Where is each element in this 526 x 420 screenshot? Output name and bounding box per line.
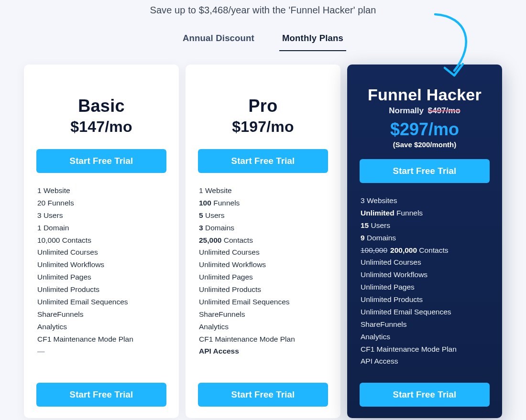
tab-annual[interactable]: Annual Discount	[180, 33, 257, 51]
plan-card-basic: Basic $147/mo Start Free Trial 1 Website…	[24, 65, 179, 418]
feature-text: Unlimited Pages	[37, 273, 91, 281]
start-free-trial-button[interactable]: Start Free Trial	[36, 383, 166, 407]
feature-item: Analytics	[361, 331, 490, 343]
feature-item: 5 Users	[199, 209, 328, 222]
feature-item: Analytics	[199, 321, 328, 333]
plan-name: Funnel Hacker	[360, 86, 490, 104]
start-free-trial-button[interactable]: Start Free Trial	[198, 149, 328, 173]
feature-text: 3 Websites	[361, 196, 397, 205]
feature-text: 1 Domain	[37, 224, 69, 232]
feature-text: Contacts	[221, 236, 252, 244]
feature-text: CF1 Maintenance Mode Plan	[199, 335, 295, 343]
feature-item: CF1 Maintenance Mode Plan	[199, 333, 328, 345]
feature-text: Unlimited Courses	[37, 248, 98, 256]
feature-text: Unlimited Email Sequences	[199, 298, 290, 306]
feature-item: 3 Users	[37, 209, 166, 222]
feature-text: Unlimited Courses	[361, 258, 421, 266]
feature-item: API Access	[361, 355, 490, 367]
normally-prefix: Normally	[389, 106, 424, 115]
feature-text: 20 Funnels	[37, 199, 74, 207]
plan-features: 1 Website100 Funnels5 Users3 Domains25,0…	[199, 184, 328, 357]
feature-item: Unlimited Email Sequences	[361, 306, 490, 318]
tab-monthly[interactable]: Monthly Plans	[279, 33, 346, 51]
feature-bold: 200,000	[390, 246, 417, 254]
feature-text: Analytics	[37, 323, 67, 331]
feature-bold: 25,000	[199, 236, 221, 244]
plan-normally: Normally $497/mo	[360, 106, 490, 116]
feature-item: Unlimited Products	[361, 293, 490, 306]
billing-tabs: Annual Discount Monthly Plans	[0, 33, 526, 51]
plan-features: 3 WebsitesUnlimited Funnels15 Users9 Dom…	[361, 194, 490, 367]
feature-bold: API Access	[199, 347, 239, 355]
feature-item: 1 Website	[37, 184, 166, 197]
feature-item: Unlimited Email Sequences	[37, 296, 166, 308]
feature-item: Unlimited Courses	[361, 256, 490, 269]
feature-item: CF1 Maintenance Mode Plan	[37, 333, 166, 345]
feature-item: 100 Funnels	[199, 197, 328, 209]
feature-item: Unlimited Email Sequences	[199, 296, 328, 308]
feature-item: Unlimited Workflows	[37, 258, 166, 271]
feature-text: Unlimited Workflows	[199, 260, 266, 269]
feature-text: Unlimited Pages	[199, 273, 253, 281]
start-free-trial-button[interactable]: Start Free Trial	[198, 383, 328, 407]
feature-text: 3 Users	[37, 211, 63, 219]
feature-item: ShareFunnels	[361, 318, 490, 331]
feature-item: Unlimited Courses	[37, 246, 166, 258]
plan-name: Pro	[198, 96, 328, 116]
feature-text: 1 Website	[199, 186, 232, 194]
feature-text: Domains	[203, 224, 234, 232]
feature-item: —	[37, 345, 166, 357]
feature-bold: 5	[199, 211, 203, 219]
feature-text: Analytics	[361, 333, 390, 341]
feature-text: Funnels	[394, 209, 423, 217]
feature-text: Unlimited Products	[361, 295, 423, 303]
plan-price: $197/mo	[198, 118, 328, 136]
feature-item: CF1 Maintenance Mode Plan	[361, 343, 490, 355]
feature-item: ShareFunnels	[199, 308, 328, 321]
feature-empty: —	[37, 347, 45, 355]
start-free-trial-button[interactable]: Start Free Trial	[360, 159, 490, 183]
plan-price: $147/mo	[36, 118, 166, 136]
feature-item: 15 Users	[361, 219, 490, 232]
feature-text: Unlimited Pages	[361, 283, 415, 291]
plan-card-pro: Pro $197/mo Start Free Trial 1 Website10…	[186, 65, 340, 418]
feature-text: CF1 Maintenance Mode Plan	[37, 335, 133, 343]
plan-price: $297/mo	[360, 119, 490, 140]
feature-item: Unlimited Workflows	[199, 258, 328, 271]
feature-item: Unlimited Pages	[37, 271, 166, 283]
feature-item: 100,000200,000 Contacts	[361, 244, 490, 257]
pricing-grid: Basic $147/mo Start Free Trial 1 Website…	[24, 65, 502, 418]
feature-text: CF1 Maintenance Mode Plan	[361, 345, 457, 353]
feature-text: Users	[203, 211, 225, 219]
feature-item: Unlimited Funnels	[361, 207, 490, 219]
feature-text: Unlimited Email Sequences	[361, 308, 451, 316]
feature-text: ShareFunnels	[361, 320, 407, 328]
feature-text: 10,000 Contacts	[37, 236, 91, 244]
plan-name: Basic	[36, 96, 166, 116]
feature-bold: 100	[199, 199, 211, 207]
feature-item: 10,000 Contacts	[37, 234, 166, 247]
feature-bold: Unlimited	[361, 209, 394, 217]
feature-item: Unlimited Products	[199, 283, 328, 296]
feature-text: ShareFunnels	[37, 310, 84, 318]
start-free-trial-button[interactable]: Start Free Trial	[36, 149, 166, 173]
feature-item: 1 Website	[199, 184, 328, 197]
feature-text: Users	[369, 221, 390, 229]
start-free-trial-button[interactable]: Start Free Trial	[360, 383, 490, 407]
feature-item: Unlimited Pages	[361, 281, 490, 293]
feature-text: Unlimited Products	[199, 285, 261, 293]
plan-card-funnel-hacker: Funnel Hacker Normally $497/mo $297/mo (…	[347, 65, 502, 418]
feature-text: Unlimited Workflows	[37, 260, 104, 269]
feature-strike: 100,000	[361, 246, 387, 254]
feature-text: Unlimited Email Sequences	[37, 298, 128, 306]
feature-item: Unlimited Workflows	[361, 269, 490, 281]
feature-text: Analytics	[199, 323, 229, 331]
feature-item: Analytics	[37, 321, 166, 333]
savings-subhead: Save up to $3,468/year with the 'Funnel …	[0, 5, 526, 16]
feature-text: Unlimited Workflows	[361, 270, 427, 279]
normally-strike: $497/mo	[428, 106, 460, 115]
plan-features: 1 Website20 Funnels3 Users1 Domain10,000…	[37, 184, 166, 357]
feature-text: 1 Website	[37, 186, 70, 194]
feature-item: Unlimited Pages	[199, 271, 328, 283]
feature-item: ShareFunnels	[37, 308, 166, 321]
